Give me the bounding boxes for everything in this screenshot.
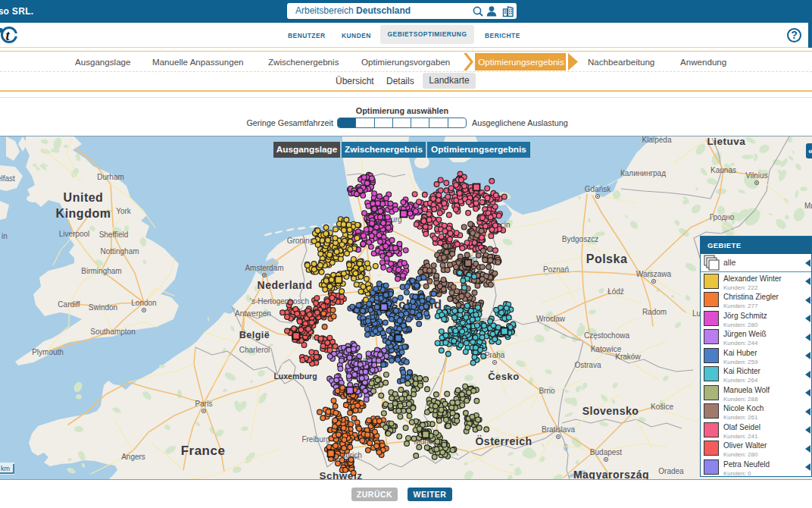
svg-text:France: France (181, 444, 226, 458)
svg-text:Brno: Brno (539, 387, 555, 395)
svg-text:Liverpool: Liverpool (59, 230, 90, 238)
svg-text:Гродно: Гродно (710, 213, 735, 221)
svg-text:Kingdom: Kingdom (56, 207, 111, 220)
svg-text:Cardiff: Cardiff (58, 300, 80, 309)
svg-text:Kraków: Kraków (615, 353, 641, 361)
svg-text:elfast: elfast (0, 174, 15, 183)
svg-text:Kaunas: Kaunas (710, 166, 736, 174)
svg-text:Bratislava: Bratislava (542, 425, 575, 434)
svg-text:Antwerpen: Antwerpen (235, 309, 271, 318)
svg-text:United: United (64, 191, 104, 204)
svg-text:Luxemburg: Luxemburg (273, 372, 317, 381)
svg-text:Praha: Praha (485, 351, 505, 359)
svg-text:Калининград: Калининград (620, 169, 666, 177)
svg-text:'s-Hertogenbosch: 's-Hertogenbosch (250, 297, 309, 306)
svg-text:Slovensko: Slovensko (582, 405, 639, 417)
svg-text:Polska: Polska (586, 252, 628, 265)
svg-text:Klaipėda: Klaipėda (642, 136, 672, 144)
svg-text:Radom: Radom (642, 308, 667, 316)
svg-text:Lietuva: Lietuva (707, 136, 746, 147)
svg-text:Ми: Ми (804, 202, 812, 210)
svg-text:Gdańsk: Gdańsk (585, 185, 611, 193)
svg-text:België: België (239, 330, 270, 340)
svg-text:Angers: Angers (121, 453, 145, 461)
svg-text:km: km (1, 465, 10, 472)
svg-text:Bydgoszcz: Bydgoszcz (562, 235, 598, 243)
svg-text:London: London (131, 299, 156, 307)
svg-text:Ostrava: Ostrava (574, 361, 601, 369)
svg-text:Southampton: Southampton (90, 328, 136, 336)
svg-text:York: York (116, 207, 132, 215)
svg-text:Nederland: Nederland (258, 279, 313, 291)
svg-text:in: in (2, 232, 8, 240)
svg-text:Budapest: Budapest (590, 448, 622, 456)
svg-text:Magyarország: Magyarország (573, 469, 649, 479)
svg-text:Česko: Česko (488, 371, 520, 382)
svg-text:Warszawa: Warszawa (636, 270, 672, 278)
svg-text:Łódź: Łódź (607, 287, 624, 296)
svg-text:Österreich: Österreich (475, 435, 532, 447)
svg-text:Wrocław: Wrocław (536, 315, 566, 323)
svg-text:Freiburg: Freiburg (301, 435, 329, 444)
svg-text:Poznań: Poznań (543, 265, 569, 274)
svg-text:Plymouth: Plymouth (32, 348, 64, 356)
svg-text:Nottingham: Nottingham (100, 247, 139, 256)
svg-text:Paris: Paris (195, 400, 213, 408)
svg-text:Amsterdam: Amsterdam (245, 264, 283, 272)
svg-text:Częstochowa: Częstochowa (584, 331, 629, 340)
svg-text:Sheffield: Sheffield (99, 230, 129, 239)
svg-text:Durham: Durham (97, 173, 124, 181)
svg-text:Swindon: Swindon (89, 303, 117, 312)
svg-text:Oradea: Oradea (658, 467, 684, 475)
svg-text:Birmingham: Birmingham (81, 267, 121, 275)
svg-text:Vilnius: Vilnius (745, 171, 767, 180)
svg-text:Košice: Košice (651, 403, 673, 411)
svg-text:«: « (808, 146, 812, 155)
svg-text:Charleroi: Charleroi (239, 346, 270, 354)
